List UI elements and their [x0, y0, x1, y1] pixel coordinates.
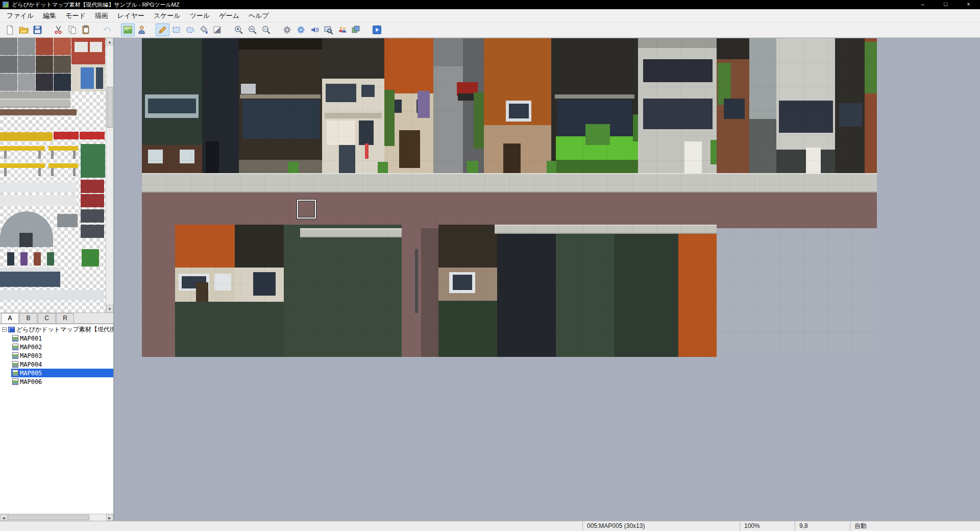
- palette-tile[interactable]: [0, 99, 70, 108]
- palette-tile[interactable]: [57, 214, 78, 227]
- menu-file[interactable]: ファイル: [2, 9, 38, 22]
- palette-tile[interactable]: [36, 38, 53, 55]
- shadow-pen-tool-button[interactable]: [211, 23, 225, 36]
- palette-tile[interactable]: [80, 132, 105, 139]
- menu-layer[interactable]: レイヤー: [113, 9, 149, 22]
- palette-tile[interactable]: [0, 195, 77, 205]
- event-searcher-button[interactable]: [322, 23, 335, 36]
- playtest-button[interactable]: [370, 23, 384, 36]
- palette-tile[interactable]: [20, 252, 28, 266]
- menu-help[interactable]: ヘルプ: [244, 9, 274, 22]
- map-canvas-area[interactable]: [114, 38, 980, 521]
- tree-root[interactable]: どらぴかドットマップ素材【現代街編: [0, 325, 113, 334]
- tree-item-map001[interactable]: MAP001: [0, 334, 113, 343]
- palette-tile[interactable]: [7, 252, 14, 266]
- palette-tile[interactable]: [0, 272, 60, 287]
- tree-item-map003[interactable]: MAP003: [0, 351, 113, 360]
- open-project-button[interactable]: [17, 23, 31, 36]
- palette-tile[interactable]: [0, 182, 77, 192]
- palette-tile[interactable]: [51, 151, 54, 159]
- palette-tile[interactable]: [0, 56, 17, 73]
- map-mode-button[interactable]: [121, 23, 135, 36]
- pencil-tool-button[interactable]: [156, 23, 169, 36]
- menu-game[interactable]: ゲーム: [214, 9, 244, 22]
- palette-tile[interactable]: [38, 151, 41, 159]
- tileset-tab-c[interactable]: C: [38, 313, 56, 323]
- palette-tile[interactable]: [82, 249, 99, 267]
- scroll-down-icon[interactable]: ▼: [106, 305, 113, 312]
- palette-tile[interactable]: [54, 74, 71, 91]
- sound-test-button[interactable]: [308, 23, 322, 36]
- palette-tile[interactable]: [0, 74, 17, 91]
- scroll-right-icon[interactable]: ▶: [106, 514, 113, 521]
- ellipse-tool-button[interactable]: [183, 23, 197, 36]
- tree-collapse-icon[interactable]: [2, 327, 7, 332]
- palette-tile[interactable]: [34, 252, 41, 266]
- palette-tile[interactable]: [81, 209, 104, 223]
- close-button[interactable]: ×: [957, 0, 980, 9]
- palette-tile[interactable]: [18, 74, 35, 91]
- palette-tile[interactable]: [54, 38, 71, 55]
- menu-mode[interactable]: モード: [61, 9, 90, 22]
- tree-item-map004[interactable]: MAP004: [0, 360, 113, 369]
- tree-item-map005[interactable]: MAP005: [0, 369, 113, 377]
- tileset-palette[interactable]: ▲ ▼: [0, 38, 113, 312]
- palette-tile[interactable]: [18, 38, 35, 55]
- zoom-actual-button[interactable]: 1:1: [259, 23, 273, 36]
- character-generator-button[interactable]: [335, 23, 349, 36]
- palette-tile[interactable]: [54, 132, 79, 139]
- scroll-left-icon[interactable]: ◀: [0, 514, 7, 521]
- minimize-button[interactable]: –: [911, 0, 934, 9]
- map-view[interactable]: [142, 38, 877, 357]
- palette-tile[interactable]: [81, 67, 94, 89]
- rectangle-tool-button[interactable]: [169, 23, 183, 36]
- palette-tile[interactable]: [73, 168, 76, 176]
- palette-tile[interactable]: [81, 225, 104, 238]
- palette-tile[interactable]: [54, 56, 71, 73]
- tree-hscrollbar-thumb[interactable]: [8, 515, 89, 520]
- database-button[interactable]: [280, 23, 294, 36]
- palette-tile[interactable]: [51, 168, 54, 176]
- palette-tile[interactable]: [0, 146, 45, 151]
- palette-tile[interactable]: [36, 74, 53, 91]
- palette-tile[interactable]: [75, 42, 88, 52]
- palette-tile[interactable]: [0, 268, 60, 272]
- palette-tile[interactable]: [47, 252, 54, 266]
- palette-tile[interactable]: [0, 132, 53, 141]
- save-project-button[interactable]: [31, 23, 44, 36]
- paste-button[interactable]: [79, 23, 93, 36]
- copy-button[interactable]: [65, 23, 79, 36]
- palette-tile[interactable]: [0, 290, 104, 300]
- palette-tile[interactable]: [81, 144, 105, 178]
- zoom-in-button[interactable]: [232, 23, 246, 36]
- plugin-manager-button[interactable]: [294, 23, 308, 36]
- palette-tile[interactable]: [4, 168, 7, 176]
- palette-tile[interactable]: [0, 38, 17, 55]
- tileset-tab-b[interactable]: B: [19, 313, 37, 323]
- palette-tile[interactable]: [0, 109, 77, 115]
- palette-tile[interactable]: [18, 56, 35, 73]
- maximize-button[interactable]: □: [934, 0, 957, 9]
- tree-item-map006[interactable]: MAP006: [0, 377, 113, 386]
- cut-button[interactable]: [52, 23, 65, 36]
- palette-scrollbar[interactable]: ▲ ▼: [106, 38, 113, 312]
- undo-button[interactable]: [100, 23, 114, 36]
- palette-tile[interactable]: [73, 151, 76, 159]
- tree-hscrollbar[interactable]: ◀ ▶: [0, 514, 113, 521]
- palette-tile[interactable]: [4, 151, 7, 159]
- menu-tools[interactable]: ツール: [185, 9, 215, 22]
- fill-tool-button[interactable]: [197, 23, 211, 36]
- scroll-up-icon[interactable]: ▲: [106, 38, 113, 45]
- zoom-out-button[interactable]: [246, 23, 259, 36]
- palette-tile[interactable]: [48, 146, 78, 151]
- palette-tile[interactable]: [48, 163, 78, 168]
- palette-scrollbar-thumb[interactable]: [107, 87, 113, 128]
- event-mode-button[interactable]: [135, 23, 149, 36]
- palette-tile[interactable]: [81, 194, 104, 207]
- palette-tile[interactable]: [81, 180, 104, 193]
- menu-scale[interactable]: スケール: [149, 9, 185, 22]
- palette-tile[interactable]: [0, 163, 45, 168]
- menu-draw[interactable]: 描画: [90, 9, 113, 22]
- menu-edit[interactable]: 編集: [38, 9, 61, 22]
- resource-manager-button[interactable]: [349, 23, 363, 36]
